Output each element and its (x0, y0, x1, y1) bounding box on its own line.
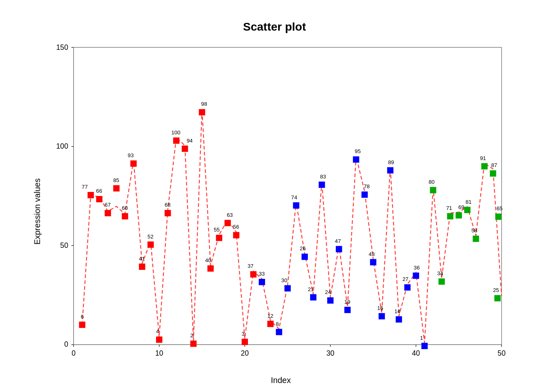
label-1: 6 (81, 314, 84, 320)
point-27 (301, 254, 308, 260)
label-26: 74 (291, 194, 297, 200)
label-10: 4 (156, 328, 159, 334)
point-26 (293, 202, 299, 208)
point-34 (362, 192, 368, 198)
plot-area-wrapper: 0 50 100 150 0 10 (42, 38, 520, 385)
label-30: 24 (325, 289, 331, 295)
point-17 (216, 235, 222, 241)
point-11 (165, 210, 171, 216)
point-47 (473, 236, 479, 242)
point-6 (122, 213, 128, 219)
y-tick-150: 150 (56, 43, 69, 51)
point-3 (96, 196, 102, 202)
point-32 (344, 307, 350, 313)
label-19: 56 (233, 224, 239, 230)
label-34: 78 (364, 183, 370, 189)
point-21 (250, 271, 257, 277)
point-30 (327, 297, 333, 303)
label-27: 26 (300, 245, 306, 252)
label-15: 98 (201, 101, 207, 107)
label-47: 58 (471, 227, 478, 234)
point-20 (242, 339, 248, 345)
point-43 (438, 278, 444, 285)
point-18 (225, 220, 231, 226)
x-axis-label: Index (42, 372, 520, 385)
label-9: 52 (147, 234, 154, 240)
chart-title: Scatter plot (243, 20, 306, 33)
point-33 (353, 156, 359, 163)
point-16 (208, 265, 214, 272)
label-48: 91 (480, 155, 486, 161)
point-22 (259, 279, 265, 285)
label-3: 66 (96, 188, 102, 194)
point-5 (113, 185, 119, 192)
label-50: 25 (493, 287, 499, 293)
x-tick-40: 40 (412, 349, 420, 357)
label-22: 33 (259, 271, 265, 277)
point-15 (199, 109, 205, 115)
label-32: 19 (344, 299, 350, 305)
label-7: 93 (128, 152, 134, 158)
chart-container: Scatter plot Expression values (29, 20, 520, 372)
point-12 (173, 138, 179, 144)
label-18: 63 (227, 212, 233, 218)
label-38: 14 (394, 308, 400, 314)
label-40: 36 (414, 265, 420, 271)
point-2 (87, 192, 94, 198)
x-tick-50: 50 (498, 349, 506, 357)
label-28: 21 (308, 286, 314, 292)
label-24: 8 (276, 321, 279, 327)
label-12: 100 (172, 129, 181, 136)
label-41: 1 (420, 335, 423, 341)
point-46 (464, 207, 470, 213)
label-25: 30 (281, 277, 288, 283)
label-45: 69 (458, 204, 464, 210)
point-19 (233, 232, 239, 238)
point-48 (481, 163, 487, 169)
point-29 (319, 182, 325, 188)
label-43: 34 (437, 270, 443, 276)
point-23 (267, 321, 273, 327)
point-37 (387, 167, 393, 173)
point-51 (495, 214, 501, 220)
point-25 (284, 285, 290, 291)
point-44 (447, 213, 453, 219)
label-51: 65 (497, 205, 503, 212)
point-41 (422, 343, 428, 349)
label-16: 40 (205, 257, 211, 263)
point-31 (336, 246, 342, 252)
point-38 (396, 316, 402, 322)
svg-rect-0 (74, 47, 502, 345)
label-33: 95 (355, 148, 361, 154)
label-49: 87 (491, 162, 498, 168)
point-8 (139, 263, 145, 270)
x-tick-0: 0 (71, 349, 76, 357)
x-tick-20: 20 (241, 349, 249, 357)
x-tick-30: 30 (326, 349, 335, 357)
label-2: 77 (82, 184, 88, 190)
svg-wrapper: 0 50 100 150 0 10 (42, 38, 520, 372)
label-17: 55 (214, 227, 220, 233)
y-tick-50: 50 (60, 241, 68, 249)
label-5: 85 (113, 177, 119, 183)
y-tick-100: 100 (56, 142, 69, 150)
point-39 (404, 284, 411, 290)
label-39: 27 (402, 276, 408, 282)
label-8: 41 (139, 256, 145, 262)
label-4: 67 (105, 202, 111, 208)
label-46: 81 (466, 199, 472, 205)
label-23: 12 (267, 313, 273, 319)
point-7 (130, 160, 136, 167)
label-20: 3 (242, 331, 245, 337)
point-14 (190, 341, 196, 347)
point-1 (79, 322, 85, 328)
label-29: 83 (320, 174, 326, 180)
point-10 (156, 336, 162, 343)
x-tick-10: 10 (155, 349, 163, 357)
label-36: 16 (377, 305, 384, 311)
label-6: 60 (122, 205, 128, 211)
label-35: 43 (369, 251, 375, 257)
point-42 (430, 187, 436, 193)
label-11: 68 (165, 202, 171, 208)
point-4 (105, 210, 111, 216)
